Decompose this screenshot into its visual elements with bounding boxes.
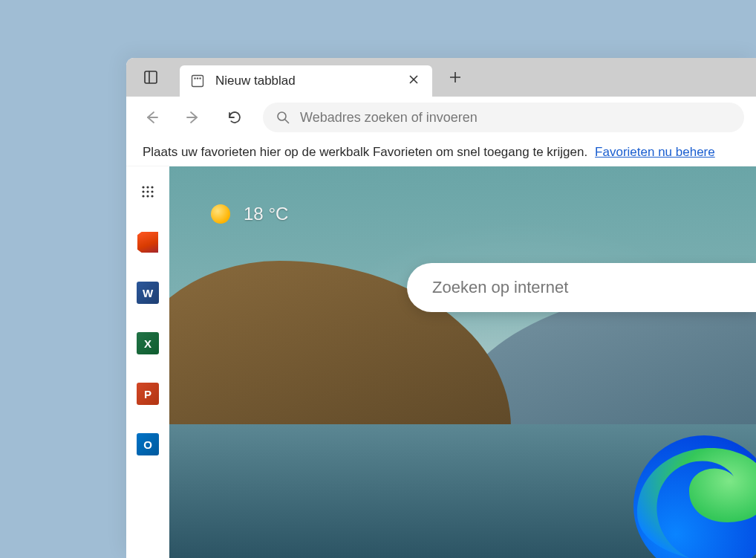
rail-app-outlook[interactable] bbox=[136, 432, 160, 456]
side-rail bbox=[126, 166, 169, 558]
svg-point-21 bbox=[146, 195, 149, 197]
svg-point-3 bbox=[194, 77, 195, 79]
favorites-manage-link[interactable]: Favorieten nu behere bbox=[595, 145, 715, 160]
content-area: 18 °C bbox=[126, 166, 756, 558]
close-icon bbox=[408, 74, 419, 85]
ntp-search-box[interactable] bbox=[407, 263, 756, 312]
svg-point-18 bbox=[146, 190, 149, 192]
address-bar[interactable] bbox=[263, 103, 744, 132]
plus-icon bbox=[449, 71, 462, 84]
tab-actions-icon bbox=[143, 70, 158, 85]
outlook-icon bbox=[137, 433, 159, 455]
forward-button[interactable] bbox=[180, 104, 206, 131]
tab-close-button[interactable] bbox=[405, 71, 422, 91]
rail-app-powerpoint[interactable] bbox=[136, 382, 160, 406]
tab-active[interactable]: Nieuw tabblad bbox=[180, 65, 432, 97]
weather-temp-unit: °C bbox=[268, 204, 288, 224]
browser-window: Nieuw tabblad bbox=[126, 58, 756, 558]
search-icon bbox=[276, 111, 290, 124]
arrow-right-icon bbox=[185, 109, 201, 126]
svg-line-13 bbox=[285, 120, 289, 123]
office-icon bbox=[137, 232, 158, 253]
svg-point-5 bbox=[199, 77, 201, 79]
rail-app-office[interactable] bbox=[136, 230, 160, 254]
grid-icon bbox=[141, 185, 154, 198]
edge-logo-icon bbox=[630, 432, 756, 558]
new-tab-page: 18 °C bbox=[169, 166, 756, 558]
ntp-search-input[interactable] bbox=[432, 278, 756, 297]
svg-point-15 bbox=[146, 186, 149, 188]
rail-app-word[interactable] bbox=[136, 281, 160, 305]
new-tab-page-icon bbox=[190, 74, 205, 88]
svg-point-20 bbox=[142, 195, 144, 197]
sun-icon bbox=[211, 204, 230, 224]
excel-icon bbox=[137, 332, 159, 354]
svg-point-19 bbox=[151, 190, 153, 192]
rail-app-excel[interactable] bbox=[136, 331, 160, 355]
svg-point-17 bbox=[142, 190, 144, 192]
back-button[interactable] bbox=[138, 104, 165, 131]
favorites-bar-message: Plaats uw favorieten hier op de werkbalk… bbox=[143, 145, 587, 160]
toolbar bbox=[126, 97, 756, 138]
svg-rect-2 bbox=[192, 76, 203, 87]
address-input[interactable] bbox=[300, 110, 731, 126]
svg-rect-0 bbox=[145, 71, 157, 83]
svg-point-4 bbox=[197, 77, 198, 79]
svg-point-12 bbox=[278, 112, 286, 120]
svg-point-14 bbox=[142, 186, 144, 188]
app-launcher-button[interactable] bbox=[136, 180, 160, 204]
new-tab-button[interactable] bbox=[441, 63, 469, 91]
arrow-left-icon bbox=[143, 109, 160, 126]
powerpoint-icon bbox=[137, 383, 159, 405]
tab-strip: Nieuw tabblad bbox=[126, 58, 756, 97]
weather-temperature: 18 °C bbox=[244, 204, 288, 224]
svg-point-22 bbox=[151, 195, 153, 197]
svg-point-16 bbox=[151, 186, 153, 188]
refresh-button[interactable] bbox=[221, 104, 248, 131]
weather-widget[interactable]: 18 °C bbox=[211, 204, 288, 224]
tab-title: Nieuw tabblad bbox=[215, 74, 395, 88]
refresh-icon bbox=[227, 109, 243, 126]
favorites-bar: Plaats uw favorieten hier op de werkbalk… bbox=[126, 138, 756, 166]
word-icon bbox=[137, 282, 159, 304]
tab-actions-button[interactable] bbox=[137, 63, 165, 91]
weather-temp-value: 18 bbox=[244, 204, 264, 224]
